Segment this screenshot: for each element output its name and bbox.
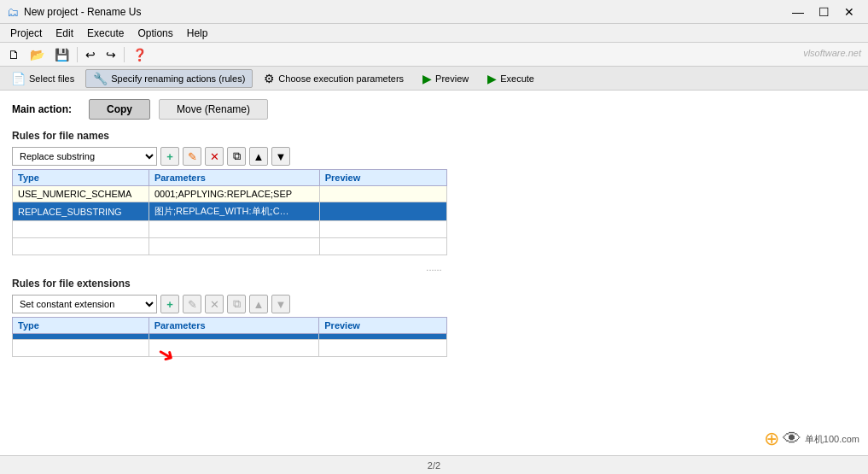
titlebar-controls: — ☐ ✕ [786,3,861,20]
undo-button[interactable]: ↩ [81,45,100,64]
file-extensions-edit-button[interactable]: ✎ [183,295,201,313]
statusbar: 2/2 ⊕ 👁 单机100.com [0,455,868,474]
ext-row1-preview [319,334,447,340]
file-extensions-up-button[interactable]: ▲ [249,295,268,313]
tab-specify-rules[interactable]: 🔧 Specify renaming actions (rules) [85,69,253,88]
ext-col-preview-header: Preview [319,318,447,334]
menu-project[interactable]: Project [3,26,49,41]
row1-type: USE_NUMERIC_SCHEMA [13,186,149,202]
save-button[interactable]: 💾 [50,45,73,64]
new-button[interactable]: 🗋 [3,45,24,64]
file-extensions-add-button[interactable]: + [160,295,179,313]
ext-col-type-header: Type [13,318,149,334]
file-names-delete-button[interactable]: ✕ [205,147,224,166]
logo-text: 单机100.com [805,433,859,446]
toolbar-separator-2 [124,47,125,62]
row2-type: REPLACE_SUBSTRING [13,202,149,221]
menu-execute[interactable]: Execute [80,26,131,41]
menubar: Project Edit Execute Options Help [0,24,868,43]
row2-preview [319,202,446,221]
ext-table-row-empty1 [13,340,447,357]
watermark: vlsoftware.net [803,48,861,58]
table-row-empty2 [13,238,447,255]
divider-dots: ...... [12,257,856,278]
file-names-table: Type Parameters Preview USE_NUMERIC_SCHE… [12,169,447,255]
tab-select-files[interactable]: 📄 Select files [3,69,82,88]
menu-help[interactable]: Help [180,26,215,41]
tab-execute-label: Execute [500,73,534,84]
select-files-icon: 📄 [11,72,26,85]
row1-params: 0001;APPLYING:REPLACE;SEP [149,186,319,202]
row2-params: 图片;REPLACE_WITH:单机;C… [149,202,319,221]
help-button[interactable]: ❓ [128,45,151,64]
specify-rules-icon: 🔧 [93,72,108,85]
tab-execute[interactable]: ▶ Execute [480,69,542,88]
ext-row1-type [13,334,149,340]
copy-action-button[interactable]: Copy [89,99,150,120]
main-action-row: Main action: Copy Move (Rename) [12,99,856,120]
minimize-button[interactable]: — [786,3,810,20]
file-names-dropdown[interactable]: Replace substring [12,147,157,166]
col-params-header: Parameters [149,170,319,186]
tab-execution-params[interactable]: ⚙ Choose execution parameters [256,69,411,88]
file-names-up-button[interactable]: ▲ [249,147,268,166]
file-extensions-down-button[interactable]: ▼ [271,295,290,313]
file-names-add-button[interactable]: + [160,147,179,166]
app-icon: 🗂 [7,5,19,19]
preview-icon: ▶ [422,72,432,85]
ext-col-params-header: Parameters [149,318,319,334]
col-type-header: Type [13,170,149,186]
file-names-down-button[interactable]: ▼ [271,147,290,166]
file-extensions-section-title: Rules for file extensions [12,278,856,290]
logo-icon2: 👁 [783,428,801,450]
redo-button[interactable]: ↪ [102,45,120,64]
table-row[interactable]: USE_NUMERIC_SCHEMA 0001;APPLYING:REPLACE… [13,186,447,202]
ext-row1-params [149,334,319,340]
titlebar-left: 🗂 New project - Rename Us [7,5,141,19]
step-tabs: 📄 Select files 🔧 Specify renaming action… [0,67,868,91]
titlebar: 🗂 New project - Rename Us — ☐ ✕ [0,0,868,24]
col-preview-header: Preview [319,170,446,186]
tab-execution-params-label: Choose execution parameters [278,73,404,84]
tab-preview-label: Preview [435,73,469,84]
table-row-empty1 [13,221,447,238]
tab-specify-rules-label: Specify renaming actions (rules) [111,73,245,84]
toolbar: 🗋 📂 💾 ↩ ↪ ❓ vlsoftware.net [0,43,868,67]
maximize-button[interactable]: ☐ [812,3,836,20]
toolbar-separator [77,47,78,62]
menu-options[interactable]: Options [131,26,179,41]
tab-preview[interactable]: ▶ Preview [415,69,476,88]
table-row[interactable]: REPLACE_SUBSTRING 图片;REPLACE_WITH:单机;C… [13,202,447,221]
ext-table-row[interactable] [13,334,447,340]
file-extensions-dropdown[interactable]: Set constant extension [12,295,157,313]
file-extensions-copy-button[interactable]: ⧉ [227,295,246,313]
file-names-toolbar: Replace substring + ✎ ✕ ⧉ ▲ ▼ [12,147,856,166]
app-window: 🗂 New project - Rename Us — ☐ ✕ Project … [0,0,868,474]
menu-edit[interactable]: Edit [49,26,80,41]
window-title: New project - Rename Us [24,6,141,18]
open-button[interactable]: 📂 [26,45,49,64]
file-extensions-table: Type Parameters Preview [12,317,447,357]
execute-icon: ▶ [487,72,497,85]
logo-icon: ⊕ [764,428,779,450]
file-names-section-title: Rules for file names [12,130,856,142]
row1-preview [319,186,446,202]
file-extensions-delete-button[interactable]: ✕ [205,295,224,313]
file-names-copy-button[interactable]: ⧉ [227,147,246,166]
close-button[interactable]: ✕ [837,3,861,20]
move-action-button[interactable]: Move (Rename) [159,99,268,120]
file-names-edit-button[interactable]: ✎ [183,147,201,166]
file-extensions-toolbar: Set constant extension + ✎ ✕ ⧉ ▲ ▼ [12,295,856,313]
bottom-watermark: ⊕ 👁 单机100.com [764,428,859,450]
tab-select-files-label: Select files [29,73,74,84]
content-area: Main action: Copy Move (Rename) Rules fo… [0,91,868,455]
main-action-label: Main action: [12,103,80,115]
statusbar-text: 2/2 [428,460,440,471]
execution-params-icon: ⚙ [264,72,275,85]
